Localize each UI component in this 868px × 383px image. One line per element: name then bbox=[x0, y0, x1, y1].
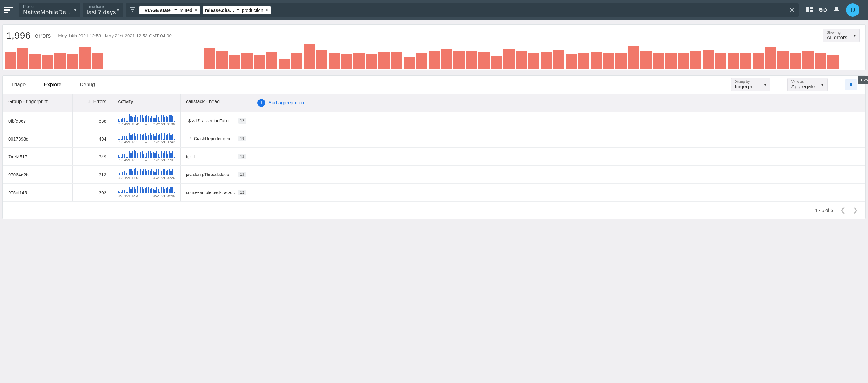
caret-down-icon: ▼ bbox=[764, 82, 767, 87]
histogram-bar bbox=[166, 69, 178, 69]
histogram-bar bbox=[117, 69, 128, 69]
cell-aggregation bbox=[252, 112, 865, 130]
filter-chip[interactable]: release.cha…=production✕ bbox=[203, 6, 271, 14]
histogram-bar bbox=[191, 69, 203, 69]
table-row[interactable]: 97064e2b 313 05/14/21 14:51–05/21/21 06:… bbox=[3, 166, 865, 184]
cell-fingerprint: 0017398d bbox=[3, 130, 73, 147]
link-icon[interactable] bbox=[819, 7, 827, 14]
bell-icon[interactable] bbox=[833, 6, 839, 14]
filter-chip[interactable]: TRIAGE state!=muted✕ bbox=[139, 6, 200, 14]
histogram-bar bbox=[703, 50, 714, 69]
histogram-bar bbox=[216, 51, 228, 69]
cell-errors: 302 bbox=[73, 184, 112, 201]
cell-callstack: com.example.backtraced… 12 bbox=[181, 184, 252, 201]
col-activity[interactable]: Activity bbox=[112, 94, 181, 112]
histogram-bar bbox=[777, 51, 789, 69]
histogram-bar bbox=[640, 51, 652, 69]
tab-triage[interactable]: Triage bbox=[9, 76, 28, 93]
histogram-bar bbox=[491, 56, 502, 69]
remove-chip-icon[interactable]: ✕ bbox=[265, 8, 269, 12]
cell-errors: 538 bbox=[73, 112, 112, 130]
remove-chip-icon[interactable]: ✕ bbox=[194, 8, 198, 12]
user-avatar[interactable]: D bbox=[846, 3, 860, 17]
histogram-bar bbox=[104, 69, 116, 69]
histogram-bar bbox=[678, 53, 689, 69]
project-label: Project bbox=[23, 5, 76, 9]
histogram-bar bbox=[266, 51, 277, 69]
export-tooltip: Export as... bbox=[858, 76, 868, 84]
table-row[interactable]: 0017398d 494 05/14/21 13:17–05/21/21 06:… bbox=[3, 130, 865, 148]
histogram-bar bbox=[765, 47, 776, 69]
sort-desc-icon: ↓ bbox=[88, 99, 91, 104]
histogram-bar bbox=[404, 57, 415, 69]
timeframe-selector[interactable]: Time frame last 7 days ▼ bbox=[83, 3, 123, 17]
histogram-bar bbox=[416, 53, 427, 69]
histogram-bar bbox=[840, 69, 851, 69]
page-next-icon[interactable]: ❯ bbox=[853, 206, 858, 214]
dashboard-icon[interactable] bbox=[806, 7, 813, 14]
histogram-bar bbox=[279, 59, 290, 69]
cell-aggregation bbox=[252, 166, 865, 183]
group-by-label: Group by bbox=[735, 79, 758, 84]
timeframe-label: Time frame bbox=[87, 5, 119, 9]
table-row[interactable]: 7af44517 349 05/14/21 13:11–05/21/21 05:… bbox=[3, 148, 865, 166]
col-errors[interactable]: ↓ Errors bbox=[73, 94, 112, 112]
project-selector[interactable]: Project NativeMobileDe… ▼ bbox=[20, 3, 80, 17]
cell-fingerprint: 97064e2b bbox=[3, 166, 73, 183]
showing-value: All errors bbox=[827, 35, 847, 41]
group-by-selector[interactable]: Group by fingerprint ▼ bbox=[731, 78, 770, 91]
top-bar: Project NativeMobileDe… ▼ Time frame las… bbox=[0, 0, 868, 20]
topbar-actions: D bbox=[802, 3, 866, 17]
histogram-bar bbox=[17, 48, 28, 69]
histogram-bar bbox=[92, 54, 103, 69]
count-badge: 12 bbox=[238, 118, 246, 124]
sparkline bbox=[118, 150, 175, 158]
histogram-bar bbox=[628, 46, 639, 69]
histogram-bar bbox=[528, 53, 539, 69]
col-group[interactable]: Group - fingerprint bbox=[3, 94, 73, 112]
cell-fingerprint: 975cf145 bbox=[3, 184, 73, 201]
view-as-selector[interactable]: View as Aggregate ▼ bbox=[787, 78, 828, 91]
histogram-bar bbox=[129, 69, 141, 69]
svg-rect-0 bbox=[806, 7, 809, 12]
clear-filters-icon[interactable]: ✕ bbox=[787, 6, 796, 14]
cell-activity: 05/14/21 13:41–05/21/21 06:36 bbox=[112, 112, 181, 130]
cell-callstack: _$ss17_assertionFailur… 12 bbox=[181, 112, 252, 130]
cell-activity: 05/14/21 13:11–05/21/21 05:07 bbox=[112, 148, 181, 165]
table-row[interactable]: 975cf145 302 05/14/21 13:37–05/21/21 06:… bbox=[3, 184, 865, 201]
sparkline bbox=[118, 114, 175, 122]
histogram-bar bbox=[179, 69, 190, 69]
timeframe-value: last 7 days bbox=[87, 9, 119, 15]
histogram-bar bbox=[516, 51, 527, 69]
cell-callstack: tgkill 13 bbox=[181, 148, 252, 165]
col-add-aggregation[interactable]: + Add aggregation bbox=[252, 94, 865, 112]
histogram-bar bbox=[229, 55, 240, 69]
table-row[interactable]: 0fbfd967 538 05/14/21 13:41–05/21/21 06:… bbox=[3, 112, 865, 130]
histogram-bar bbox=[566, 54, 577, 69]
histogram-bar bbox=[391, 51, 402, 69]
table-header: Group - fingerprint ↓ Errors Activity ca… bbox=[3, 94, 865, 112]
histogram-bar bbox=[42, 55, 53, 69]
col-callstack[interactable]: callstack - head bbox=[181, 94, 252, 112]
page-prev-icon[interactable]: ❮ bbox=[840, 206, 845, 214]
caret-down-icon: ▼ bbox=[73, 8, 77, 12]
histogram-bar bbox=[653, 54, 664, 69]
tab-explore[interactable]: Explore bbox=[42, 76, 64, 93]
tab-debug[interactable]: Debug bbox=[77, 76, 97, 93]
histogram-bar bbox=[304, 44, 315, 69]
view-as-label: View as bbox=[792, 79, 815, 84]
group-by-value: fingerprint bbox=[735, 84, 758, 90]
filter-bar[interactable]: TRIAGE state!=muted✕release.cha…=product… bbox=[126, 3, 799, 17]
histogram-bar bbox=[142, 69, 153, 69]
count-badge: 19 bbox=[238, 136, 246, 141]
showing-selector[interactable]: Showing All errors ▼ bbox=[823, 29, 860, 42]
histogram-bar bbox=[441, 49, 452, 69]
export-button[interactable]: Export as... bbox=[845, 79, 857, 91]
sparkline bbox=[118, 132, 175, 140]
histogram-bar bbox=[715, 53, 726, 69]
histogram-bar bbox=[690, 51, 702, 69]
tabs: TriageExploreDebug Group by fingerprint … bbox=[3, 76, 865, 94]
filter-icon bbox=[128, 7, 137, 14]
error-histogram bbox=[3, 43, 865, 70]
histogram-bar bbox=[241, 53, 253, 69]
